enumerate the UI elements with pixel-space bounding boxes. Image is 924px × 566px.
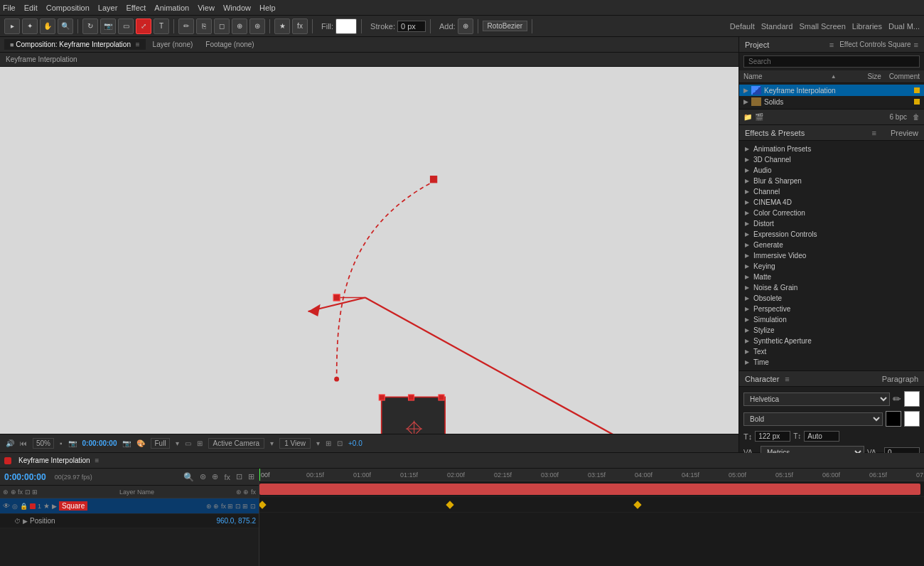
char-menu-icon[interactable]: ≡ — [785, 375, 789, 383]
pos-expand-icon[interactable]: ▶ — [23, 518, 28, 525]
effect-item-generate[interactable]: ▶ Generate — [739, 240, 924, 250]
ws-libraries[interactable]: Libraries — [852, 22, 882, 31]
text-tool-btn[interactable]: T — [154, 18, 169, 34]
effect-item-simulation[interactable]: ▶ Simulation — [739, 314, 924, 325]
font-family-select[interactable]: Helvetica — [743, 393, 890, 406]
ws-small[interactable]: Small Screen — [799, 22, 845, 31]
comp-views-arrow[interactable]: ▾ — [316, 439, 320, 447]
project-expand-icon[interactable]: ▶ — [743, 87, 748, 94]
comp-grid-icon[interactable]: ⊞ — [326, 439, 331, 447]
stroke-input[interactable] — [397, 21, 426, 32]
effect-item-obsolete[interactable]: ▶ Obsolete — [739, 293, 924, 304]
tl-ctrl-1[interactable]: ⊛ — [200, 472, 206, 481]
comp-tab-layer[interactable]: Layer (none) — [147, 39, 199, 50]
comp-color[interactable]: 🎨 — [136, 439, 145, 447]
hand-tool-btn[interactable]: ✋ — [40, 18, 55, 34]
paragraph-tab[interactable]: Paragraph — [882, 375, 918, 383]
tl-track-1[interactable] — [259, 481, 924, 497]
font-color-white[interactable] — [904, 391, 920, 407]
tl-keyframe-1[interactable] — [446, 501, 453, 508]
tl-ctrl-4[interactable]: ⊡ — [236, 472, 242, 481]
effect-item-stylize[interactable]: ▶ Stylize — [739, 325, 924, 336]
comp-views[interactable]: 1 View — [279, 438, 311, 449]
comp-quality[interactable]: Full — [151, 438, 169, 449]
comp-snapshot[interactable]: 📷 — [122, 439, 131, 447]
delete-icon[interactable]: 🗑 — [913, 113, 920, 121]
rect-tool-btn[interactable]: ▭ — [118, 18, 134, 34]
tl-ctrl-5[interactable]: ⊞ — [248, 472, 254, 481]
menu-composition[interactable]: Composition — [46, 4, 90, 12]
tl-layer-1[interactable]: 👁 ◎ 🔒 1 ★ ▶ Square ⊛ ⊕ fx ⊞ ⊡ ⊞ ⊡ — [0, 498, 259, 514]
effect-item-channel[interactable]: ▶ Channel — [739, 186, 924, 197]
font-size-auto-input[interactable] — [804, 431, 839, 442]
effect-item-animation[interactable]: ▶ Animation Presets — [739, 144, 924, 154]
fill-btn[interactable] — [335, 18, 357, 34]
effect-item-noise[interactable]: ▶ Noise & Grain — [739, 282, 924, 293]
effect-item-immersive[interactable]: ▶ Immersive Video — [739, 250, 924, 261]
project-expand-icon-2[interactable]: ▶ — [743, 98, 748, 105]
pen-tool-btn[interactable]: ✦ — [22, 18, 38, 34]
zoom-tool-btn[interactable]: 🔍 — [58, 18, 73, 34]
project-item-solids[interactable]: ▶ Solids — [739, 96, 924, 107]
comp-audio-icon[interactable]: 🔊 — [6, 439, 14, 447]
ec-menu-icon[interactable]: ≡ — [914, 41, 918, 49]
tl-keyframe-2[interactable] — [633, 501, 641, 508]
menu-edit[interactable]: Edit — [24, 4, 38, 12]
layer-eye-icon[interactable]: 👁 — [3, 502, 10, 510]
preview-tab[interactable]: Preview — [891, 129, 918, 137]
rotate-tool-btn[interactable]: ↻ — [82, 18, 98, 34]
project-menu-icon[interactable]: ≡ — [829, 41, 834, 49]
font-size-input[interactable] — [755, 431, 790, 442]
tl-keyframe-0[interactable] — [259, 501, 267, 508]
ws-dual[interactable]: Dual M... — [888, 22, 920, 31]
layer-expand-icon[interactable]: ▶ — [52, 503, 57, 510]
tl-track-position[interactable] — [259, 497, 924, 513]
new-folder-icon[interactable]: 📁 — [743, 113, 752, 121]
eraser-tool-btn[interactable]: ◻ — [214, 18, 230, 34]
effect-item-perspective[interactable]: ▶ Perspective — [739, 304, 924, 314]
menu-view[interactable]: View — [198, 4, 215, 12]
font-color-black[interactable] — [886, 411, 901, 427]
puppet-tool-btn[interactable]: ⊛ — [249, 18, 265, 34]
tl-current-time[interactable]: 0:00:00:00 — [4, 472, 46, 482]
comp-zoom[interactable]: 50% — [33, 438, 54, 449]
layer-star-icon[interactable]: ★ — [43, 502, 50, 510]
pos-stopwatch-icon[interactable]: ⏱ — [14, 518, 21, 525]
col-sort-icon[interactable]: ▲ — [831, 73, 860, 80]
comp-tab-main[interactable]: ■ Composition: Keyframe Interpolation ≡ — [4, 39, 146, 50]
layer-solo-icon[interactable]: ◎ — [12, 503, 18, 510]
layer-lock-icon[interactable]: 🔒 — [20, 503, 28, 510]
comp-zoom-fit[interactable]: ▪ — [60, 439, 63, 447]
comp-menu-icon[interactable]: ≡ — [136, 41, 140, 48]
arrow-tool-btn[interactable]: ⤢ — [136, 18, 151, 34]
add-btn[interactable]: ⊕ — [458, 18, 473, 34]
fx-btn[interactable]: fx — [292, 18, 308, 34]
font-style-select[interactable]: Bold — [743, 412, 883, 426]
comp-time[interactable]: 0:00:00:00 — [82, 439, 117, 447]
effect-item-blur[interactable]: ▶ Blur & Sharpen — [739, 176, 924, 186]
brush-tool-btn[interactable]: ✏ — [178, 18, 194, 34]
effect-item-distort[interactable]: ▶ Distort — [739, 218, 924, 229]
tl-ctrl-3[interactable]: fx — [224, 473, 230, 481]
menu-help[interactable]: Help — [259, 4, 276, 12]
effect-item-keying[interactable]: ▶ Keying — [739, 261, 924, 272]
menu-effect[interactable]: Effect — [126, 4, 146, 12]
menu-animation[interactable]: Animation — [154, 4, 189, 12]
effect-item-matte[interactable]: ▶ Matte — [739, 272, 924, 282]
effect-item-time[interactable]: ▶ Time — [739, 357, 924, 368]
comp-camera-arrow[interactable]: ▾ — [270, 439, 274, 447]
comp-canvas[interactable] — [0, 67, 738, 434]
menu-layer[interactable]: Layer — [98, 4, 118, 12]
project-search-input[interactable] — [743, 55, 920, 68]
star-btn[interactable]: ★ — [274, 18, 290, 34]
project-item-keyframe[interactable]: ▶ Keyframe Interpolation — [739, 85, 924, 96]
effect-item-colorcorrection[interactable]: ▶ Color Correction — [739, 208, 924, 218]
comp-3d-icon[interactable]: ⊡ — [337, 439, 343, 447]
roto-tool-btn[interactable]: ⊕ — [232, 18, 247, 34]
menu-file[interactable]: File — [3, 4, 16, 12]
menu-window[interactable]: Window — [223, 4, 251, 12]
selection-tool-btn[interactable]: ▸ — [4, 18, 20, 34]
effects-menu-icon[interactable]: ≡ — [871, 129, 876, 137]
rotobezier-btn[interactable]: RotoBezier — [483, 21, 527, 31]
effect-item-text[interactable]: ▶ Text — [739, 346, 924, 357]
